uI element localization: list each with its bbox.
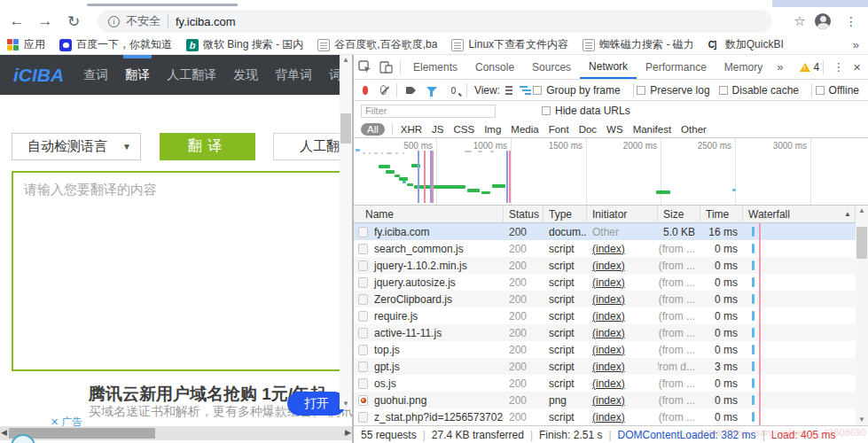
translate-input[interactable] [12,171,352,371]
network-overview-timeline[interactable]: 500 ms1000 ms1500 ms2000 ms2500 ms3000 m… [354,138,868,206]
disable-cache-checkbox[interactable]: Disable cache [719,84,799,97]
table-row[interactable]: jquery.autosize.js200script(index)(from … [354,274,856,291]
type-filter-all[interactable]: All [361,123,385,136]
type-filter-ws[interactable]: WS [606,124,623,135]
table-row[interactable]: jquery-1.10.2.min.js200script(index)(fro… [354,257,856,274]
list-view-icon[interactable] [505,86,512,95]
url-bar[interactable]: i 不安全 fy.iciba.com [98,10,772,33]
bookmark-star-icon[interactable]: ☆ [788,10,811,33]
devtools-tab-memory[interactable]: Memory [716,55,771,79]
column-header-name[interactable]: Name [354,206,504,222]
table-row[interactable]: search_common.js200script(index)(from ..… [354,240,856,257]
request-name[interactable]: guohui.png [354,392,504,408]
type-filter-css[interactable]: CSS [453,124,474,135]
group-by-frame-checkbox[interactable]: Group by frame [533,84,620,97]
request-name[interactable]: require.js [354,307,504,324]
initiator-cell[interactable]: (index) [587,307,658,324]
initiator-cell[interactable]: (index) [587,375,658,392]
profile-avatar[interactable] [815,13,831,29]
type-filter-xhr[interactable]: XHR [401,124,422,135]
type-filter-doc[interactable]: Doc [579,124,597,135]
request-name[interactable]: jquery-1.10.2.min.js [354,257,504,274]
devtools-close-icon[interactable]: × [849,59,868,74]
ad-card[interactable]: 腾讯云新用户域名抢购 1元/年起 买域名送证书和解析，更有多种爆款组合。 腾讯云… [49,381,352,425]
scroll-right-icon[interactable]: ▶ [345,428,351,437]
type-filter-js[interactable]: JS [432,124,443,135]
scroll-down-icon[interactable]: ▼ [340,399,352,409]
column-header-waterfall[interactable]: Waterfall▲ [743,206,856,222]
bookmark-item[interactable]: 谷百度歌,百谷歌度,ba [317,37,437,52]
request-name[interactable]: active-11-11.js [354,324,504,341]
type-filter-font[interactable]: Font [549,124,569,135]
scroll-left-icon[interactable]: ◀ [1,428,7,437]
table-row[interactable]: os.js200script(index)(from ...0 ms [354,375,856,392]
devtools-tab-console[interactable]: Console [466,55,523,79]
scroll-up-icon[interactable]: ▲ [340,55,352,66]
ad-open-button[interactable]: 打开 [287,392,346,416]
page-horizontal-scrollbar[interactable]: ◀ ▶ [0,426,352,440]
initiator-cell[interactable]: (index) [587,341,658,358]
filter-icon[interactable] [426,87,437,93]
request-name[interactable]: gpt.js [354,358,504,375]
translate-button[interactable]: 翻译 [160,133,255,160]
site-nav-item[interactable]: 翻译 [125,55,150,95]
hide-data-urls-checkbox[interactable]: Hide data URLs [542,105,630,117]
bookmarks-overflow-icon[interactable]: » [853,38,859,51]
initiator-cell[interactable]: (index) [587,291,658,307]
scrollbar-thumb[interactable] [340,113,351,144]
devtools-tab-sources[interactable]: Sources [523,55,580,79]
column-header-size[interactable]: Size [658,206,700,222]
site-nav-item[interactable]: 人工翻译 [167,55,216,95]
scroll-down-icon[interactable]: ▼ [856,415,868,425]
active-tab-title[interactable] [87,4,238,6]
warnings-badge[interactable]: 4 [800,61,820,74]
table-row[interactable]: guohui.png200png(index)(from ...0 ms [354,392,856,408]
request-name[interactable]: ZeroClipboard.js [354,291,504,307]
scrollbar-thumb[interactable] [856,227,867,259]
request-name[interactable]: os.js [354,375,504,392]
reload-icon[interactable]: ↻ [62,10,85,33]
type-filter-other[interactable]: Other [681,124,707,135]
table-scrollbar[interactable]: ▲ ▼ [856,206,868,425]
bookmark-item[interactable]: 蜘蛛磁力搜索 - 磁力 [583,37,694,52]
devtools-tab-performance[interactable]: Performance [637,55,716,79]
offline-checkbox[interactable]: Offline [816,84,859,97]
request-name[interactable]: fy.iciba.com [354,223,504,240]
column-header-time[interactable]: Time [700,206,743,222]
inspect-element-icon[interactable] [354,58,375,76]
column-header-initiator[interactable]: Initiator [587,206,658,222]
type-filter-img[interactable]: Img [484,124,501,135]
search-icon[interactable] [451,87,457,94]
initiator-cell[interactable]: (index) [587,240,658,257]
bookmark-item[interactable]: 百度一下，你就知道 [59,37,172,52]
column-header-status[interactable]: Status [504,206,543,222]
bookmark-item[interactable]: b微软 Bing 搜索 - 国内 [186,37,303,52]
request-name[interactable]: z_stat.php?id=1256573702&w... [354,408,504,425]
site-nav-item[interactable]: 发现 [233,55,258,95]
initiator-cell[interactable]: Other [587,223,658,240]
screenshot-capture-icon[interactable] [406,87,412,94]
clear-icon[interactable] [380,85,387,95]
filter-input[interactable] [361,105,496,118]
table-row[interactable]: active-11-11.js200script(index)(from ...… [354,324,856,341]
devtools-menu-icon[interactable]: ⋮ [827,60,849,74]
preserve-log-checkbox[interactable]: Preserve log [637,84,709,97]
page-vertical-scrollbar[interactable]: ▲ ▼ [340,55,352,409]
language-select[interactable]: 自动检测语言 ▼ [12,133,141,160]
info-icon[interactable]: i [108,16,120,27]
table-row[interactable]: top.js200script(index)(from ...0 ms [354,341,856,358]
request-name[interactable]: top.js [354,341,504,358]
initiator-cell[interactable]: (index) [587,324,658,341]
device-toolbar-icon[interactable] [375,58,396,76]
initiator-cell[interactable]: (index) [587,392,658,408]
url-text[interactable]: fy.iciba.com [176,15,236,28]
record-icon[interactable] [363,86,368,95]
bookmark-item[interactable]: 应用 [7,37,45,52]
initiator-cell[interactable]: (index) [587,257,658,274]
table-row[interactable]: ZeroClipboard.js200script(index)(from ..… [354,291,856,307]
column-header-type[interactable]: Type [543,206,587,222]
table-row[interactable]: fy.iciba.com200docum...Other5.0 KB16 ms [354,223,856,240]
initiator-cell[interactable]: (index) [587,274,658,291]
table-row[interactable]: gpt.js200script(index)(from d...3 ms [354,358,856,375]
type-filter-manifest[interactable]: Manifest [633,124,671,135]
